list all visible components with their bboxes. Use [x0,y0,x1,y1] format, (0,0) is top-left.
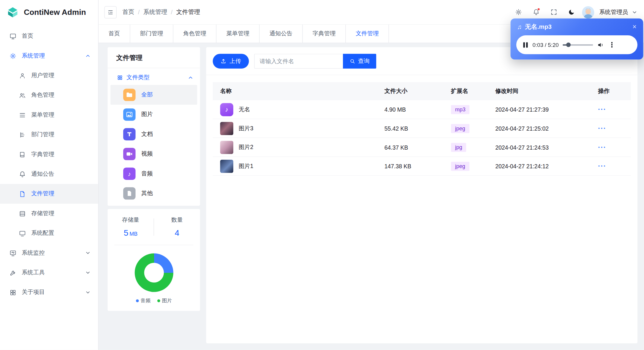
notifications-button[interactable] [529,5,543,19]
ext-badge: mp3 [451,105,470,114]
tab-files[interactable]: 文件管理 [346,25,389,43]
sidebar-collapse-button[interactable] [104,6,116,18]
sidebar-item-label: 关于项目 [22,289,80,296]
file-type-document[interactable]: 文档 [110,124,197,144]
ext-badge: jpeg [451,124,469,133]
player-header: ♫ 无名.mp3 × [516,23,637,31]
sidebar-item-notices[interactable]: 通知公告 [0,164,98,184]
search-input[interactable] [254,54,343,69]
table-row[interactable]: 图片3 55.42 KB jpeg 2024-04-27 21:25:02 ··… [213,119,631,138]
upload-button[interactable]: 上传 [213,54,249,69]
sidebar-item-label: 通知公告 [31,170,54,178]
sidebar-item-roles[interactable]: 角色管理 [0,85,98,105]
file-type-label: 视频 [141,150,153,158]
app-logo[interactable]: ContiNew Admin [0,0,98,25]
sidebar-item-about[interactable]: 关于项目 [0,283,98,302]
sidebar-item-storage[interactable]: 存储管理 [0,204,98,223]
file-type-label: 文档 [141,131,153,138]
breadcrumb-system[interactable]: 系统管理 [143,8,167,16]
tab-home[interactable]: 首页 [99,25,130,43]
sidebar-item-dictionary[interactable]: 字典管理 [0,145,98,164]
sidebar-item-menus[interactable]: 菜单管理 [0,105,98,125]
sidebar-item-users[interactable]: 用户管理 [0,66,98,85]
org-tree-icon [19,131,26,138]
file-type-label: 图片 [141,111,153,118]
table-row[interactable]: 图片2 64.37 KB jpg 2024-04-27 21:24:53 ··· [213,138,631,157]
file-type-card: 文件管理 文件类型 全部 [107,47,200,206]
sidebar-item-home[interactable]: 首页 [0,26,98,46]
sidebar-item-system[interactable]: 系统管理 [0,46,98,66]
chevron-down-icon[interactable] [632,9,637,15]
settings-button[interactable] [511,5,525,19]
tab-departments[interactable]: 部门管理 [130,25,173,43]
tab-notices[interactable]: 通知公告 [260,25,303,43]
pause-button[interactable] [523,41,529,48]
divider [114,245,194,245]
sidebar-item-monitoring[interactable]: 系统监控 [0,243,98,263]
file-name: 图片3 [239,125,254,132]
row-more-button[interactable]: ··· [598,105,606,113]
user-icon [19,72,26,79]
storage-stat: 存储量 5MB [107,216,154,238]
avatar[interactable] [582,6,594,18]
volume-icon[interactable] [597,41,605,48]
audio-player-popup: ♫ 无名.mp3 × 0:03 / 5:20 ⋮ [510,18,643,59]
topbar-actions: 系统管理员 [511,5,637,19]
progress-thumb[interactable] [566,42,570,47]
kebab-menu-icon[interactable]: ⋮ [608,40,615,49]
table-row[interactable]: ♪ 无名 4.90 MB mp3 2024-04-27 21:27:39 ··· [213,100,631,119]
file-type-audio[interactable]: ♪ 音频 [110,164,197,183]
username[interactable]: 系统管理员 [599,8,628,16]
sidebar-item-tools[interactable]: 系统工具 [0,263,98,282]
sidebar-item-label: 存储管理 [31,210,54,217]
chevron-down-icon [85,270,91,275]
notification-dot [537,8,540,11]
table-header-row: 名称 文件大小 扩展名 修改时间 操作 [213,82,631,100]
breadcrumb-home[interactable]: 首页 [122,8,134,16]
file-size: 4.90 MB [376,106,446,113]
query-button[interactable]: 查询 [343,54,376,69]
sidebar-item-label: 文件管理 [31,190,54,197]
file-name: 无名 [239,106,250,113]
tab-menus[interactable]: 菜单管理 [216,25,260,43]
file-type-group-header[interactable]: 文件类型 [107,68,200,85]
wrench-icon [10,269,17,276]
search-group: 查询 [254,54,376,69]
row-more-button[interactable]: ··· [598,162,606,170]
dark-mode-button[interactable] [564,5,578,19]
legend-label: 图片 [162,297,172,305]
column-header-name: 名称 [213,88,376,95]
gear-icon [515,9,522,16]
row-more-button[interactable]: ··· [598,124,606,132]
table-row[interactable]: 图片1 147.38 KB jpeg 2024-04-27 21:24:12 ·… [213,157,631,176]
player-track-title: 无名.mp3 [525,23,629,31]
avatar-image [582,6,594,18]
bell-icon [19,171,26,178]
stats-row: 存储量 5MB 数量 4 [107,216,200,238]
close-icon[interactable]: × [632,23,637,31]
file-type-group-label: 文件类型 [126,74,184,81]
panel-title: 文件管理 [107,54,200,62]
column-header-ops: 操作 [594,88,631,95]
file-size: 64.37 KB [376,144,446,151]
tab-dictionary[interactable]: 字典管理 [303,25,346,43]
upload-label: 上传 [230,58,241,65]
sidebar-item-config[interactable]: 系统配置 [0,224,98,243]
file-type-image[interactable]: 图片 [110,105,197,124]
breadcrumb-separator: / [171,9,173,15]
row-more-button[interactable]: ··· [598,143,606,151]
tab-roles[interactable]: 角色管理 [173,25,216,43]
column-header-size: 文件大小 [376,88,446,95]
fullscreen-button[interactable] [547,5,561,19]
file-type-label: 音频 [141,170,153,178]
file-type-other[interactable]: 其他 [110,183,197,203]
file-type-video[interactable]: 视频 [110,144,197,164]
monitor-icon [19,230,26,237]
storage-unit: MB [129,231,137,237]
file-type-all[interactable]: 全部 [110,85,197,104]
breadcrumb: 首页 / 系统管理 / 文件管理 [122,8,200,16]
progress-slider[interactable] [563,44,593,45]
sidebar-item-files[interactable]: 文件管理 [0,184,98,204]
logo-icon [6,5,20,19]
sidebar-item-departments[interactable]: 部门管理 [0,125,98,145]
